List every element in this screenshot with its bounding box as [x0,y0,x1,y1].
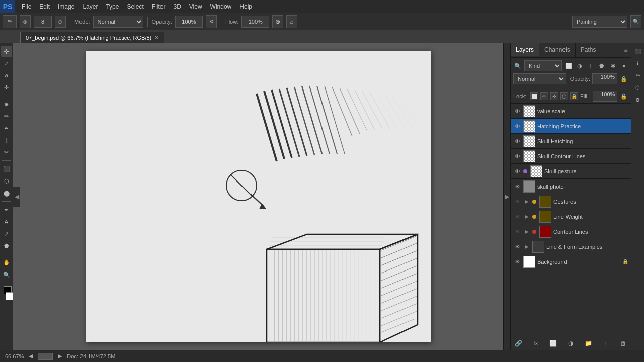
layer-visibility-line-form[interactable]: 👁 [513,243,521,251]
filter-toggle[interactable]: ● [619,61,628,70]
brush-angle-value[interactable]: ◷ [55,16,66,28]
opacity-ctrl-val[interactable]: 100% [592,73,617,84]
dodge-tool[interactable]: ⬤ [1,188,12,199]
airbrush-toggle[interactable]: ⊛ [272,15,283,28]
add-style-btn[interactable]: fx [531,338,541,348]
menu-select[interactable]: Select [123,0,147,13]
link-layers-btn[interactable]: 🔗 [513,338,523,348]
type-filter[interactable]: T [586,61,595,70]
pen-tool[interactable]: ✒ [1,204,12,215]
menu-layer[interactable]: Layer [78,0,102,13]
history-tool[interactable]: ∥ [1,135,12,146]
opacity-value[interactable]: 100% [175,16,203,28]
workspace-select[interactable]: Painting [572,16,627,28]
layer-item-line-form[interactable]: 👁 ▶ Line & Form Examples [511,239,631,254]
menu-type[interactable]: Type [102,0,123,13]
layer-visibility-skull-gesture[interactable]: 👁 [513,167,521,175]
blend-mode-select[interactable]: Normal [513,73,566,84]
brush-tool-indicator[interactable]: ✏ [3,15,17,28]
side-icon-1[interactable]: ⬛ [632,46,643,57]
smoothing-toggle[interactable]: ⌂ [286,15,297,28]
menu-window[interactable]: Window [206,0,236,13]
brush-size-btn[interactable]: ◎ [20,15,31,28]
menu-file[interactable]: File [18,0,35,13]
hand-tool[interactable]: ✋ [1,257,12,268]
side-icon-4[interactable]: ⬡ [632,82,643,93]
add-adjustment-btn[interactable]: ◑ [566,338,576,348]
kind-filter-select[interactable]: Kind [524,60,562,71]
workspace-search[interactable]: 🔍 [630,15,641,28]
group-expand-line-form[interactable]: ▶ [523,243,530,250]
spot-heal-tool[interactable]: ⊕ [1,99,12,110]
tab-layers[interactable]: Layers [511,43,539,57]
path-select-tool[interactable]: ↗ [1,228,12,239]
smart-filter[interactable]: ✱ [608,61,617,70]
fill-ctrl-val[interactable]: 100% [593,90,617,102]
tab-channels[interactable]: Channels [539,43,576,57]
gradient-tool[interactable]: ⬛ [1,163,12,174]
layer-item-value-scale[interactable]: 👁 value scale [511,104,631,119]
layer-visibility-value-scale[interactable]: 👁 [513,107,521,115]
layer-item-skull-gesture[interactable]: 👁 Skull gesture [511,164,631,179]
layer-item-contour-lines[interactable]: 👁 ▶ Contour Lines [511,224,631,239]
layer-visibility-skull-photo[interactable]: 👁 [513,183,521,191]
brush-tool[interactable]: ✏ [1,111,12,122]
menu-filter[interactable]: Filter [148,0,170,13]
left-panel-collapse[interactable]: ◀ [13,187,20,207]
layer-item-skull-photo[interactable]: 👁 skull photo [511,179,631,194]
crop-tool[interactable]: ✛ [1,82,12,93]
layer-item-skull-hatching[interactable]: 👁 Skull Hatching [511,134,631,149]
document-tab[interactable]: 07_begin.psd @ 66.7% (Hatching Practice,… [20,32,164,43]
side-icon-5[interactable]: ⚙ [632,94,643,105]
layer-visibility-gestures[interactable]: 👁 [513,198,521,206]
adjustment-filter[interactable]: ◑ [575,61,584,70]
opacity-lock-icon[interactable]: 🔒 [619,74,628,83]
side-icon-3[interactable]: ✏ [632,70,643,81]
pixel-filter[interactable]: ⬜ [564,61,573,70]
status-nav-prev[interactable]: ◀ [29,353,33,359]
brush-size-value[interactable]: 8 [34,16,52,28]
lock-pixels-btn[interactable]: ⬜ [530,92,538,100]
opacity-toggle[interactable]: ⟲ [206,15,217,28]
layer-visibility-skull-hatching[interactable]: 👁 [513,137,521,145]
add-layer-btn[interactable]: + [601,338,611,348]
move-tool[interactable]: ✛ [1,46,12,57]
canvas[interactable]: M [86,51,431,342]
layer-visibility-hatching[interactable]: 👁 [513,122,521,130]
side-icon-2[interactable]: ℹ [632,58,643,69]
blur-tool[interactable]: ⬡ [1,175,12,187]
layer-item-line-weight[interactable]: 👁 ▶ Line Weight [511,209,631,224]
menu-image[interactable]: Image [54,0,78,13]
lock-brush-btn[interactable]: ✏ [540,92,548,100]
layer-item-skull-contour[interactable]: 👁 Skull Contour Lines [511,149,631,164]
menu-help[interactable]: Help [235,0,256,13]
right-panel-collapse[interactable]: ▶ [503,43,510,350]
mode-select[interactable]: Normal [93,16,143,28]
panel-menu-btn[interactable]: ≡ [621,43,631,57]
menu-view[interactable]: View [185,0,206,13]
lasso-tool[interactable]: ⌀ [1,70,12,81]
group-expand-gestures[interactable]: ▶ [523,198,530,205]
zoom-tool[interactable]: 🔍 [1,269,12,280]
layer-item-hatching[interactable]: 👁 Hatching Practice [511,119,631,134]
lock-all-btn[interactable]: 🔒 [570,92,578,100]
menu-edit[interactable]: Edit [35,0,54,13]
layer-visibility-skull-contour[interactable]: 👁 [513,152,521,160]
flow-value[interactable]: 100% [242,16,269,28]
delete-layer-btn[interactable]: 🗑 [618,338,628,348]
select-tool[interactable]: ⤢ [1,58,12,69]
status-nav-next[interactable]: ▶ [58,353,62,359]
bg-color[interactable] [6,292,14,300]
layer-visibility-contour[interactable]: 👁 [513,228,521,236]
shape-tool[interactable]: ⬟ [1,240,12,251]
lock-artboard-btn[interactable]: ⬡ [560,92,569,100]
lock-position-btn[interactable]: ✛ [550,92,558,100]
clone-tool[interactable]: ✒ [1,123,12,134]
add-group-btn[interactable]: 📁 [583,338,593,348]
layer-visibility-background[interactable]: 👁 [513,258,521,266]
tab-close-btn[interactable]: ✕ [154,35,158,40]
menu-3d[interactable]: 3D [169,0,185,13]
fill-lock-icon[interactable]: 🔒 [619,92,628,101]
shape-filter[interactable]: ⬟ [597,61,606,70]
layer-item-background[interactable]: 👁 Background 🔒 [511,254,631,269]
